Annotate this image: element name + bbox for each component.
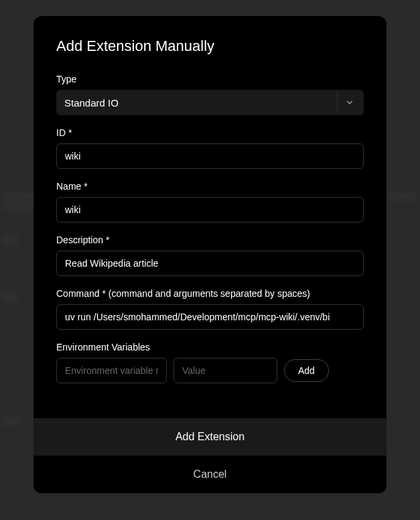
description-label: Description * xyxy=(56,235,364,245)
name-input[interactable] xyxy=(56,197,364,222)
env-label: Environment Variables xyxy=(56,342,364,352)
env-name-input[interactable] xyxy=(56,358,167,383)
id-input[interactable] xyxy=(56,143,364,169)
name-label: Name * xyxy=(56,181,364,192)
id-field-group: ID * xyxy=(56,127,364,169)
add-env-button[interactable]: Add xyxy=(284,359,329,382)
name-field-group: Name * xyxy=(56,181,364,222)
cancel-button[interactable]: Cancel xyxy=(33,456,387,493)
modal-footer: Add Extension Cancel xyxy=(33,418,387,493)
env-field-group: Environment Variables Add xyxy=(56,342,364,383)
command-label: Command * (command and arguments separat… xyxy=(56,288,364,299)
modal-title: Add Extension Manually xyxy=(56,38,364,55)
background-text: text xyxy=(3,235,19,245)
background-text: text xyxy=(3,291,19,302)
type-select-value: Standard IO xyxy=(64,97,337,109)
description-input[interactable] xyxy=(56,251,364,276)
add-extension-button[interactable]: Add Extension xyxy=(33,418,387,456)
description-field-group: Description * xyxy=(56,235,364,276)
command-field-group: Command * (command and arguments separat… xyxy=(56,288,364,330)
chevron-down-icon xyxy=(337,93,356,112)
background-text: text xyxy=(3,415,19,426)
type-select[interactable]: Standard IO xyxy=(56,90,364,115)
id-label: ID * xyxy=(56,127,364,138)
env-value-input[interactable] xyxy=(173,358,277,383)
add-extension-modal: Add Extension Manually Type Standard IO … xyxy=(33,16,387,493)
command-input[interactable] xyxy=(56,304,364,330)
type-field-group: Type Standard IO xyxy=(56,74,364,115)
type-label: Type xyxy=(56,74,364,84)
